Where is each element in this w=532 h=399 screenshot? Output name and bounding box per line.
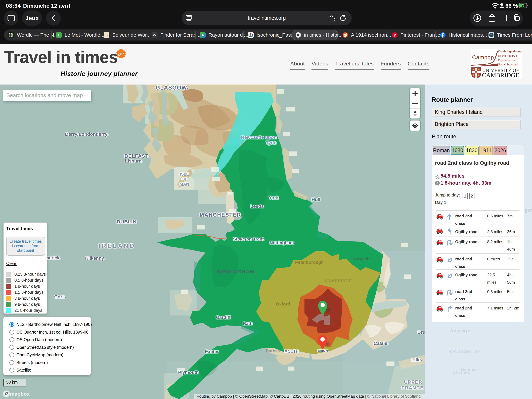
svg-text:P: P [393,33,396,37]
svg-text:66 %: 66 % [505,3,518,9]
svg-text:mapbox: mapbox [10,391,30,397]
svg-text:L: L [58,33,60,37]
svg-text:W: W [153,33,156,37]
